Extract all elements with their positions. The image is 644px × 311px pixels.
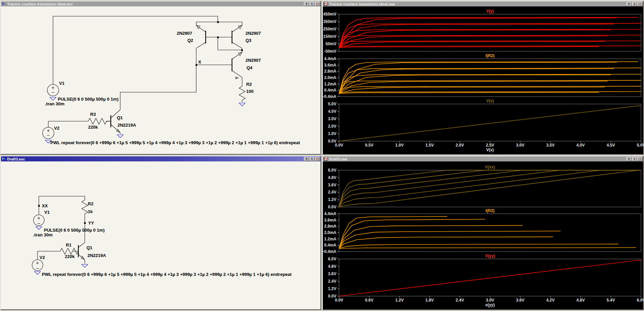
v1-polarity-icon bbox=[52, 86, 54, 93]
r1-resistor[interactable] bbox=[37, 248, 78, 254]
schematic-file-icon bbox=[2, 2, 6, 6]
window-plot-ideal: Traceur courbes transistors ideal.raw 0 … bbox=[322, 1, 644, 155]
axis-tick-label: 2.5V bbox=[482, 143, 498, 148]
label-r3: R3 bbox=[90, 112, 96, 117]
tile-1-button[interactable]: 1 bbox=[632, 157, 637, 161]
maximize-button[interactable] bbox=[637, 2, 642, 6]
ground-icon bbox=[50, 97, 56, 100]
tile-1-button[interactable]: 1 bbox=[309, 2, 314, 6]
label-q1-type: 2N2219A bbox=[118, 123, 136, 128]
label-q1: Q1 bbox=[86, 245, 92, 250]
schematic-drawing: XX V1 PULSE(0 6 0 500µ 500µ 0 1m) .tran … bbox=[1, 161, 320, 309]
maximize-button[interactable] bbox=[315, 2, 320, 6]
q1-leads bbox=[106, 110, 120, 134]
maximize-button[interactable] bbox=[315, 157, 320, 161]
ground-icon bbox=[36, 227, 42, 230]
junction-dot bbox=[241, 49, 243, 51]
axis-tick-label: 1.8V bbox=[421, 298, 438, 303]
ground-icon bbox=[82, 264, 88, 267]
label-r3-value: 220k bbox=[88, 125, 98, 130]
titlebar-schematic-draft3[interactable]: Draft3.asc 0 1 bbox=[1, 156, 320, 161]
titlebar-plot-ideal[interactable]: Traceur courbes transistors ideal.raw 0 … bbox=[323, 1, 643, 6]
tile-0-button[interactable]: 0 bbox=[304, 157, 309, 161]
label-q2-type: 2N2907 bbox=[177, 31, 192, 36]
tile-1-button[interactable]: 1 bbox=[632, 2, 637, 6]
maximize-button[interactable] bbox=[637, 157, 642, 161]
axis-tick-label: 0.0V bbox=[331, 143, 347, 148]
axis-tick-label: 4.8V bbox=[572, 298, 589, 303]
ground-icon bbox=[239, 103, 245, 106]
junction-dot bbox=[84, 222, 86, 224]
pane-title: V(yy) bbox=[339, 254, 641, 258]
junction-dot bbox=[38, 205, 40, 207]
axis-tick-label: 3.6V bbox=[512, 298, 528, 303]
trace bbox=[339, 105, 641, 141]
r2-resistor[interactable] bbox=[82, 196, 88, 223]
junction-dot bbox=[196, 64, 197, 66]
maximize-icon bbox=[639, 158, 641, 160]
tile-0-button[interactable]: 0 bbox=[626, 2, 632, 6]
waveform-file-icon bbox=[324, 157, 328, 161]
junction-dot bbox=[217, 36, 219, 38]
junction-dot bbox=[217, 21, 219, 23]
titlebar-plot-draft3[interactable]: Draft3.raw 0 1 bbox=[323, 156, 643, 161]
axis-tick-label: 4.0V bbox=[572, 143, 589, 148]
v2-source[interactable] bbox=[43, 127, 54, 139]
label-tran: .tran 30m bbox=[45, 101, 65, 106]
v1-polarity-icon bbox=[37, 217, 40, 224]
maximize-icon bbox=[316, 158, 318, 160]
label-r1-value: 220k bbox=[65, 254, 75, 259]
window-title: Draft3.raw bbox=[329, 157, 347, 161]
window-schematic-ideal: Traceur courbes transistors ideal.asc 0 … bbox=[0, 1, 321, 155]
waveform-plot-draft3[interactable]: V(xx)6.0V4.8V3.6V2.4V1.2V0.0V I(R2)4.4mA… bbox=[323, 161, 643, 309]
r2-resistor[interactable] bbox=[239, 86, 245, 102]
label-v1: V1 bbox=[59, 81, 65, 86]
axis-tick-label: 5.0V bbox=[323, 102, 336, 106]
axis-tick-label: 3.0V bbox=[482, 298, 498, 303]
axis-tick-label: 6.0V bbox=[633, 298, 644, 303]
label-node-yy: YY bbox=[88, 221, 94, 226]
ground-icon bbox=[34, 271, 41, 275]
axis-tick-label: 0.0V bbox=[331, 298, 347, 303]
label-q3: Q3 bbox=[246, 38, 251, 43]
window-title: Traceur courbes transistors ideal.raw bbox=[329, 2, 395, 6]
v1-source[interactable] bbox=[33, 215, 44, 226]
label-q4-type: 2N2907 bbox=[246, 58, 261, 63]
waveform-file-icon bbox=[324, 2, 328, 6]
axis-tick-label: 4.8V bbox=[323, 264, 336, 269]
axis-tick-label: 3.0V bbox=[512, 143, 528, 148]
axis-tick-label: 1.2V bbox=[391, 298, 408, 303]
label-r2-value: 1k bbox=[88, 209, 93, 214]
schematic-drawing: V1 PULSE(0 6 0 500µ 500µ 0 1m) .tran 30m… bbox=[1, 6, 320, 154]
label-q4: Q4 bbox=[247, 65, 253, 70]
pane-canvas bbox=[336, 259, 644, 300]
titlebar-schematic-ideal[interactable]: Traceur courbes transistors ideal.asc 0 … bbox=[1, 1, 320, 6]
label-v2: V2 bbox=[40, 255, 45, 260]
q3-leads bbox=[218, 22, 242, 50]
waveform-plot-ideal[interactable]: V(y)450mV350mV250mV150mV50mV-50mV I(R2)4… bbox=[323, 6, 643, 154]
schematic-canvas-draft3[interactable]: XX V1 PULSE(0 6 0 500µ 500µ 0 1m) .tran … bbox=[1, 161, 320, 309]
axis-tick-label: 2.0V bbox=[323, 124, 336, 129]
axis-tick-label: 3.6V bbox=[323, 271, 336, 276]
tile-0-button[interactable]: 0 bbox=[304, 2, 309, 6]
axis-tick-label: 6.0V bbox=[323, 257, 336, 261]
v2-source[interactable] bbox=[32, 260, 43, 270]
plot-pane-vyy: V(yy)6.0V4.8V3.6V2.4V1.2V0.0V0.0V0.6V1.2… bbox=[323, 161, 643, 309]
schematic-canvas-ideal[interactable]: V1 PULSE(0 6 0 500µ 500µ 0 1m) .tran 30m… bbox=[1, 6, 320, 154]
ground-icon bbox=[117, 135, 123, 138]
v2-polarity-icon bbox=[47, 129, 50, 135]
wire bbox=[218, 37, 242, 50]
label-r2-value: 100 bbox=[246, 89, 254, 94]
trace bbox=[339, 260, 641, 296]
pane-title: V(x) bbox=[339, 99, 641, 103]
wire bbox=[53, 16, 218, 84]
q1-emitter-arrow-icon bbox=[81, 256, 84, 259]
v1-source[interactable] bbox=[47, 84, 59, 96]
axis-tick-label: 2.4V bbox=[323, 279, 336, 284]
axis-tick-label: 4.2V bbox=[542, 298, 559, 303]
label-node-y: Y bbox=[234, 76, 239, 79]
wire bbox=[120, 65, 196, 110]
tile-0-button[interactable]: 0 bbox=[626, 157, 632, 161]
tile-1-button[interactable]: 1 bbox=[309, 157, 314, 161]
label-v2: V2 bbox=[54, 126, 59, 131]
